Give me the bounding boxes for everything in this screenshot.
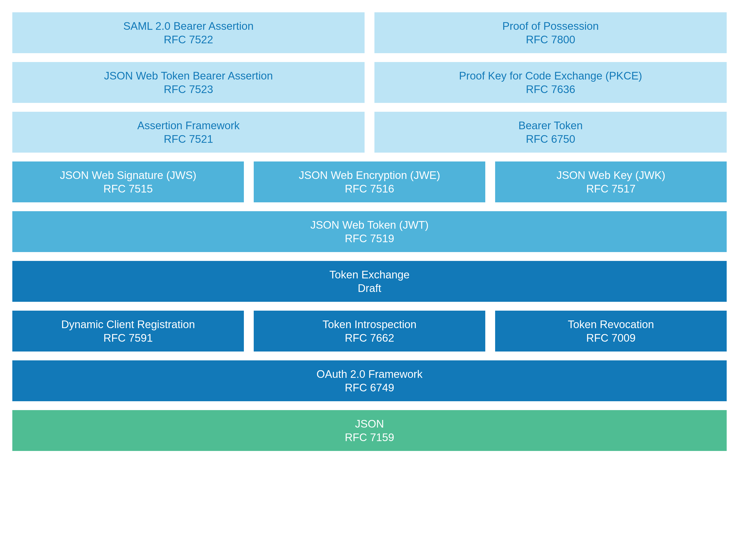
- box-jwe: JSON Web Encryption (JWE) RFC 7516: [254, 162, 485, 202]
- box-sub: RFC 7515: [104, 182, 153, 195]
- oauth-standards-diagram: SAML 2.0 Bearer Assertion RFC 7522 Proof…: [12, 12, 727, 451]
- box-json: JSON RFC 7159: [12, 410, 727, 451]
- row-0: SAML 2.0 Bearer Assertion RFC 7522 Proof…: [12, 12, 727, 53]
- box-sub: RFC 7159: [345, 430, 394, 444]
- row-5: Token Exchange Draft: [12, 261, 727, 302]
- box-title: Proof Key for Code Exchange (PKCE): [459, 69, 642, 82]
- box-jwk: JSON Web Key (JWK) RFC 7517: [495, 162, 727, 202]
- box-title: Token Exchange: [329, 268, 409, 282]
- box-jwt: JSON Web Token (JWT) RFC 7519: [12, 211, 727, 252]
- box-sub: RFC 7009: [586, 331, 636, 345]
- box-title: Token Revocation: [568, 318, 654, 331]
- box-title: JSON Web Token Bearer Assertion: [104, 69, 273, 82]
- row-8: JSON RFC 7159: [12, 410, 727, 451]
- box-sub: RFC 6749: [345, 381, 394, 394]
- row-4: JSON Web Token (JWT) RFC 7519: [12, 211, 727, 252]
- box-assertion-framework: Assertion Framework RFC 7521: [12, 112, 364, 153]
- box-sub: RFC 7800: [526, 33, 575, 46]
- box-sub: RFC 7636: [526, 82, 575, 96]
- box-oauth-framework: OAuth 2.0 Framework RFC 6749: [12, 360, 727, 401]
- box-title: JSON Web Encryption (JWE): [299, 168, 440, 182]
- box-pkce: Proof Key for Code Exchange (PKCE) RFC 7…: [375, 62, 727, 103]
- row-2: Assertion Framework RFC 7521 Bearer Toke…: [12, 112, 727, 153]
- row-7: OAuth 2.0 Framework RFC 6749: [12, 360, 727, 401]
- box-token-introspection: Token Introspection RFC 7662: [254, 311, 485, 352]
- box-sub: RFC 7516: [345, 182, 394, 195]
- box-title: OAuth 2.0 Framework: [316, 367, 423, 381]
- row-6: Dynamic Client Registration RFC 7591 Tok…: [12, 311, 727, 352]
- row-1: JSON Web Token Bearer Assertion RFC 7523…: [12, 62, 727, 103]
- box-title: JSON Web Token (JWT): [310, 218, 429, 232]
- box-token-exchange: Token Exchange Draft: [12, 261, 727, 302]
- box-sub: RFC 7521: [164, 132, 213, 146]
- box-title: JSON Web Signature (JWS): [60, 168, 196, 182]
- box-dynamic-client-registration: Dynamic Client Registration RFC 7591: [12, 311, 244, 352]
- box-jws: JSON Web Signature (JWS) RFC 7515: [12, 162, 244, 202]
- box-title: JSON: [355, 417, 384, 430]
- box-proof-of-possession: Proof of Possession RFC 7800: [375, 12, 727, 53]
- box-sub: RFC 7591: [104, 331, 153, 345]
- box-title: Dynamic Client Registration: [61, 318, 195, 331]
- row-3: JSON Web Signature (JWS) RFC 7515 JSON W…: [12, 162, 727, 202]
- box-jwt-bearer-assertion: JSON Web Token Bearer Assertion RFC 7523: [12, 62, 364, 103]
- box-sub: RFC 7662: [345, 331, 394, 345]
- box-bearer-token: Bearer Token RFC 6750: [375, 112, 727, 153]
- box-sub: RFC 7517: [586, 182, 636, 195]
- box-sub: Draft: [358, 282, 381, 295]
- box-title: Proof of Possession: [502, 19, 599, 33]
- box-token-revocation: Token Revocation RFC 7009: [495, 311, 727, 352]
- box-title: Bearer Token: [519, 119, 583, 132]
- box-sub: RFC 6750: [526, 132, 575, 146]
- box-sub: RFC 7519: [345, 232, 394, 245]
- box-sub: RFC 7523: [164, 82, 213, 96]
- box-title: SAML 2.0 Bearer Assertion: [123, 19, 254, 33]
- box-title: Token Introspection: [322, 318, 417, 331]
- box-title: Assertion Framework: [137, 119, 240, 132]
- box-saml-bearer-assertion: SAML 2.0 Bearer Assertion RFC 7522: [12, 12, 364, 53]
- box-sub: RFC 7522: [164, 33, 213, 46]
- box-title: JSON Web Key (JWK): [557, 168, 666, 182]
